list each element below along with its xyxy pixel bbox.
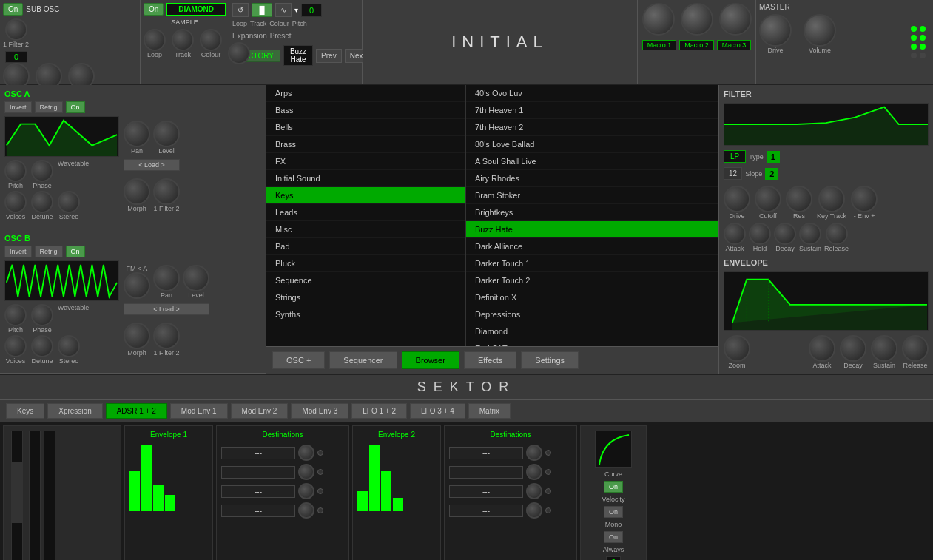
osc-b-fm-knob[interactable] bbox=[124, 272, 150, 299]
category-item[interactable]: Bells bbox=[266, 119, 465, 136]
dest1-knob3[interactable] bbox=[298, 483, 314, 499]
preset-item[interactable]: 40's Ovo Luv bbox=[466, 85, 718, 102]
prev-button[interactable]: Prev bbox=[316, 49, 342, 63]
osc-a-pitch-knob[interactable] bbox=[4, 160, 27, 182]
dest2-input4[interactable]: --- bbox=[449, 505, 523, 517]
filter-type-num[interactable]: 1 bbox=[767, 151, 780, 163]
category-item[interactable]: Arps bbox=[266, 85, 465, 102]
dest1-knob2[interactable] bbox=[298, 464, 314, 480]
sektor-tab-keys[interactable]: Keys bbox=[6, 403, 44, 419]
env-decay-knob[interactable] bbox=[840, 335, 866, 362]
osc-a-detune-knob[interactable] bbox=[31, 191, 53, 213]
macro1-knob[interactable] bbox=[642, 3, 675, 36]
macro2-button[interactable]: Macro 2 bbox=[679, 40, 714, 50]
filter-res-knob[interactable] bbox=[786, 186, 812, 212]
dest2-input1[interactable]: --- bbox=[449, 447, 523, 459]
category-item[interactable]: Misc bbox=[266, 221, 465, 238]
sub-osc-on-button[interactable]: On bbox=[3, 3, 23, 16]
preset-item[interactable]: End Of Tymes bbox=[466, 340, 718, 346]
filter-decay-knob[interactable] bbox=[774, 223, 796, 245]
dest1-input2[interactable]: --- bbox=[221, 466, 295, 479]
preset-item[interactable]: Buzz Hate bbox=[466, 221, 718, 238]
sektor-tab-matrix[interactable]: Matrix bbox=[468, 403, 511, 419]
filter-slope-num2[interactable]: 2 bbox=[765, 168, 778, 180]
env-sustain-knob[interactable] bbox=[871, 335, 897, 362]
osc-a-stereo-knob[interactable] bbox=[58, 191, 80, 213]
dest1-input3[interactable]: --- bbox=[221, 485, 295, 498]
sektor-tab-adsr-1-plus-2[interactable]: ADSR 1 + 2 bbox=[106, 403, 167, 419]
velocity-on-button[interactable]: On bbox=[604, 481, 623, 493]
filter-keytrack-knob[interactable] bbox=[818, 186, 845, 212]
preset-item[interactable]: 80's Love Ballad bbox=[466, 136, 718, 153]
osc-b-on-button[interactable]: On bbox=[66, 246, 85, 257]
category-item[interactable]: Bass bbox=[266, 102, 465, 119]
osc-b-voices-knob[interactable] bbox=[4, 335, 27, 357]
osc-b-morph-knob[interactable] bbox=[124, 323, 150, 349]
browser-tab-effects[interactable]: Effects bbox=[464, 351, 516, 369]
osc-b-load-button[interactable]: < Load > bbox=[124, 303, 209, 315]
env-release-knob[interactable] bbox=[902, 335, 929, 362]
category-item[interactable]: Pluck bbox=[266, 255, 465, 272]
preset-item[interactable]: Depressions bbox=[466, 306, 718, 323]
osc-a-pan-knob[interactable] bbox=[124, 121, 150, 147]
preset-item[interactable]: Darker Touch 2 bbox=[466, 272, 718, 289]
preset-item[interactable]: Dark Alliance bbox=[466, 238, 718, 255]
category-item[interactable]: Strings bbox=[266, 289, 465, 306]
macro3-knob[interactable] bbox=[719, 3, 752, 36]
osc-b-invert-button[interactable]: Invert bbox=[4, 246, 32, 257]
osc-a-invert-button[interactable]: Invert bbox=[4, 101, 32, 113]
track-knob[interactable] bbox=[172, 29, 194, 51]
dest2-knob4[interactable] bbox=[526, 502, 542, 519]
browser-tab-sequencer[interactable]: Sequencer bbox=[329, 351, 397, 369]
preset-item[interactable]: Diamond bbox=[466, 323, 718, 340]
osc-a-morph-knob[interactable] bbox=[124, 178, 150, 205]
dest2-input2[interactable]: --- bbox=[449, 466, 523, 479]
mono-on-button[interactable]: On bbox=[604, 506, 623, 518]
dest2-knob1[interactable] bbox=[526, 445, 542, 461]
category-item[interactable]: Pad bbox=[266, 238, 465, 255]
osc-b-detune-knob[interactable] bbox=[31, 335, 53, 357]
osc-a-on-button[interactable]: On bbox=[66, 101, 85, 113]
dest2-knob2[interactable] bbox=[526, 464, 542, 480]
filter-hold-knob[interactable] bbox=[749, 223, 771, 245]
filter-env-knob[interactable] bbox=[851, 186, 878, 212]
category-item[interactable]: Leads bbox=[266, 204, 465, 221]
macro1-button[interactable]: Macro 1 bbox=[642, 40, 677, 50]
preset-item[interactable]: Airy Rhodes bbox=[466, 170, 718, 187]
osc-b-pan-knob[interactable] bbox=[153, 265, 180, 291]
sektor-tab-lfo-3-plus-4[interactable]: LFO 3 + 4 bbox=[410, 403, 465, 419]
sub-osc-octave-knob[interactable] bbox=[5, 18, 27, 41]
always-on-button[interactable]: On bbox=[604, 531, 623, 543]
osc-a-retrig-button[interactable]: Retrig bbox=[35, 101, 63, 113]
macro3-button[interactable]: Macro 3 bbox=[717, 40, 752, 50]
preset-item[interactable]: 7th Heaven 2 bbox=[466, 119, 718, 136]
filter-sustain-knob[interactable] bbox=[799, 223, 821, 245]
colour-knob[interactable] bbox=[200, 29, 222, 51]
dest1-input4[interactable]: --- bbox=[221, 505, 295, 517]
preset-item[interactable]: 7th Heaven 1 bbox=[466, 102, 718, 119]
filter-attack-knob[interactable] bbox=[724, 223, 746, 245]
master-drive-knob[interactable] bbox=[759, 14, 792, 47]
sektor-tab-lfo-1-plus-2[interactable]: LFO 1 + 2 bbox=[351, 403, 407, 419]
category-item[interactable]: Brass bbox=[266, 136, 465, 153]
filter-cutoff-knob[interactable] bbox=[755, 186, 781, 212]
wave-button[interactable]: ∿ bbox=[275, 3, 292, 17]
preset-item[interactable]: Bram Stoker bbox=[466, 187, 718, 204]
osc-a-phase-knob[interactable] bbox=[31, 160, 53, 182]
osc-a-voices-knob[interactable] bbox=[4, 191, 27, 213]
category-item[interactable]: Keys bbox=[266, 187, 465, 204]
category-item[interactable]: Synths bbox=[266, 306, 465, 323]
dest1-input1[interactable]: --- bbox=[221, 447, 295, 459]
category-item[interactable]: FX bbox=[266, 153, 465, 170]
diamond-button[interactable]: DIAMOND bbox=[166, 3, 226, 16]
macro2-knob[interactable] bbox=[681, 3, 713, 36]
browser-tab-browser[interactable]: Browser bbox=[402, 351, 459, 369]
master-volume-knob[interactable] bbox=[804, 14, 836, 47]
sektor-tab-mod-env-2[interactable]: Mod Env 2 bbox=[231, 403, 289, 419]
browser-tab-settings[interactable]: Settings bbox=[521, 351, 579, 369]
dest1-knob1[interactable] bbox=[298, 445, 314, 461]
env-zoom-knob[interactable] bbox=[724, 335, 750, 362]
browser-tab-osc-+[interactable]: OSC + bbox=[272, 351, 325, 369]
refresh-button[interactable]: ↺ bbox=[232, 3, 249, 17]
category-item[interactable]: Sequence bbox=[266, 272, 465, 289]
